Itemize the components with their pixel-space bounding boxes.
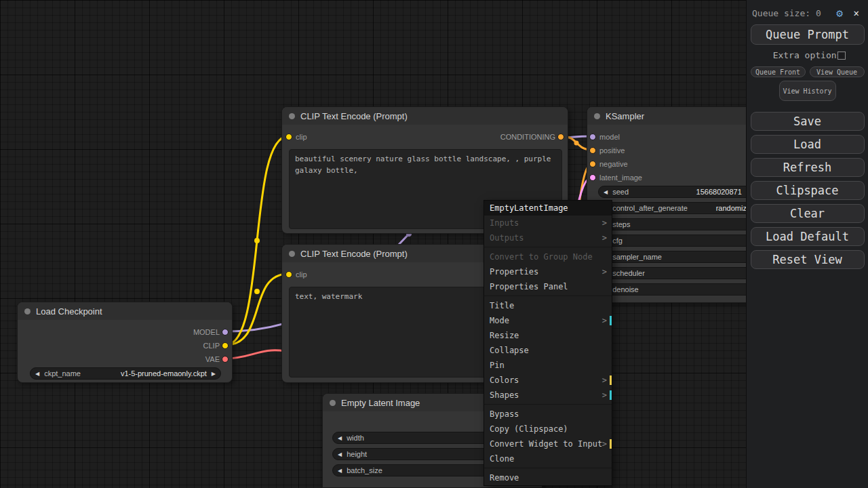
menu-item-label: Pin [490,361,505,370]
node-title-bar[interactable]: CLIP Text Encode (Prompt) [282,107,568,125]
ckpt-name-widget[interactable]: ◀ ckpt_name v1-5-pruned-emaonly.ckpt ▶ [30,367,221,380]
wire-clip-negative [226,274,288,345]
menu-separator [484,404,612,405]
widget-name: sampler_name [612,253,662,261]
node-title-bar[interactable]: Load Checkpoint [18,302,232,320]
menu-item-outputs[interactable]: Outputs > [484,230,612,245]
menu-item-label: Mode [490,316,509,325]
menu-item-label: Convert Widget to Input [490,439,602,449]
widget-name: width [347,434,364,442]
menu-item-mode[interactable]: Mode > [484,313,612,328]
menu-item-label: Shapes [490,390,519,400]
menu-item-resize[interactable]: Resize [484,328,612,343]
menu-item-colors[interactable]: Colors > [484,373,612,388]
menu-item-inputs[interactable]: Inputs > [484,216,612,230]
seed-widget[interactable]: ◀ seed 15668020871 ▶ [598,186,756,198]
widget-name: ckpt_name [44,369,81,378]
clear-button[interactable]: Clear [751,204,865,223]
input-label-positive: positive [599,146,625,155]
collapse-dot-icon[interactable] [289,251,295,257]
node-ksampler[interactable]: KSampler model positive negative latent_… [587,106,766,303]
input-port-negative[interactable] [589,161,596,167]
denoise-widget[interactable]: ◀ denoise [598,283,756,296]
stepper-left-arrow-icon[interactable]: ◀ [338,435,342,441]
menu-item-copy-clipspace[interactable]: Copy (Clipspace) [484,422,612,436]
stepper-left-arrow-icon[interactable]: ◀ [338,451,342,458]
clipspace-button[interactable]: Clipspace [751,181,865,200]
input-port-positive[interactable] [589,147,596,154]
submenu-tick [610,375,612,385]
load-default-button[interactable]: Load Default [751,227,865,246]
save-button[interactable]: Save [751,112,865,131]
view-queue-button[interactable]: View Queue [810,66,865,77]
input-port-model[interactable] [589,134,596,140]
menu-item-label: Properties Panel [490,282,568,291]
close-icon[interactable]: ✕ [854,7,859,18]
collapse-dot-icon[interactable] [289,113,295,119]
input-port-latent-image[interactable] [589,174,596,181]
menu-item-label: Resize [490,331,519,340]
menu-item-title[interactable]: Title [484,298,612,313]
node-title: CLIP Text Encode (Prompt) [300,249,408,259]
menu-separator [484,247,612,248]
collapse-dot-icon[interactable] [24,308,31,314]
menu-separator [484,296,612,297]
menu-item-label: Outputs [490,233,524,243]
scheduler-widget[interactable]: ◀ scheduler [598,267,756,279]
widget-value: v1-5-pruned-emaonly.ckpt [121,369,207,378]
combo-right-arrow-icon[interactable]: ▶ [212,371,216,377]
extra-options-checkbox[interactable] [837,52,846,60]
refresh-button[interactable]: Refresh [751,158,865,177]
output-port-vae[interactable] [222,356,229,363]
menu-item-properties[interactable]: Properties > [484,264,612,279]
submenu-arrow-icon: > [602,218,607,228]
submenu-arrow-icon: > [602,267,607,277]
output-label-vae: VAE [205,354,220,364]
menu-item-bypass[interactable]: Bypass [484,407,612,422]
node-title: CLIP Text Encode (Prompt) [300,111,408,121]
menu-item-shapes[interactable]: Shapes > [484,388,612,403]
menu-item-collapse[interactable]: Collapse [484,343,612,358]
node-title: Load Checkpoint [36,306,102,317]
load-button[interactable]: Load [751,135,865,154]
stepper-left-arrow-icon[interactable]: ◀ [338,468,342,474]
menu-item-clone[interactable]: Clone [484,451,612,466]
stepper-left-arrow-icon[interactable]: ◀ [604,189,608,195]
output-port-clip[interactable] [222,342,229,349]
collapse-dot-icon[interactable] [330,400,336,406]
context-menu-title: EmptyLatentImage [484,201,612,216]
output-port-conditioning[interactable] [557,134,564,140]
steps-widget[interactable]: ◀ steps [598,218,756,230]
collapse-dot-icon[interactable] [594,113,600,119]
menu-item-convert-widget-to-input[interactable]: Convert Widget to Input > [484,436,612,451]
submenu-arrow-icon: > [602,233,607,243]
reset-view-button[interactable]: Reset View [751,250,865,269]
widget-name: seed [612,188,629,196]
widget-name: batch_size [347,466,382,474]
menu-separator [484,468,612,469]
menu-item-convert-to-group-node[interactable]: Convert to Group Node [484,249,612,264]
sampler-name-widget[interactable]: ◀ sampler_name [598,251,756,263]
output-port-model[interactable] [222,329,229,336]
control-after-generate-widget[interactable]: ◀ control_after_generate randomize [598,202,756,214]
node-load-checkpoint[interactable]: Load Checkpoint MODEL CLIP VAE ◀ ckpt_na… [17,302,233,383]
menu-item-pin[interactable]: Pin [484,358,612,373]
input-port-clip[interactable] [285,134,292,140]
menu-item-properties-panel[interactable]: Properties Panel [484,279,612,294]
queue-prompt-button[interactable]: Queue Prompt [751,24,865,45]
node-title-bar[interactable]: KSampler [587,107,766,125]
view-history-button[interactable]: View History [779,81,836,101]
input-label-clip: clip [296,270,307,279]
node-graph-canvas[interactable]: Load Checkpoint MODEL CLIP VAE ◀ ckpt_na… [0,0,868,488]
input-label-negative: negative [599,159,628,169]
menu-item-remove[interactable]: Remove [484,470,612,485]
queue-front-button[interactable]: Queue Front [751,66,806,77]
settings-gear-icon[interactable]: ⚙ [836,7,843,20]
widget-name: scheduler [612,269,645,277]
combo-left-arrow-icon[interactable]: ◀ [35,371,39,377]
comfy-menu-panel: Queue size: 0 ⚙ ✕ Queue Prompt Extra opt… [746,0,868,488]
input-port-clip[interactable] [285,271,292,278]
input-label-model: model [599,132,620,142]
output-label-clip: CLIP [203,341,220,350]
cfg-widget[interactable]: ◀ cfg [598,235,756,247]
